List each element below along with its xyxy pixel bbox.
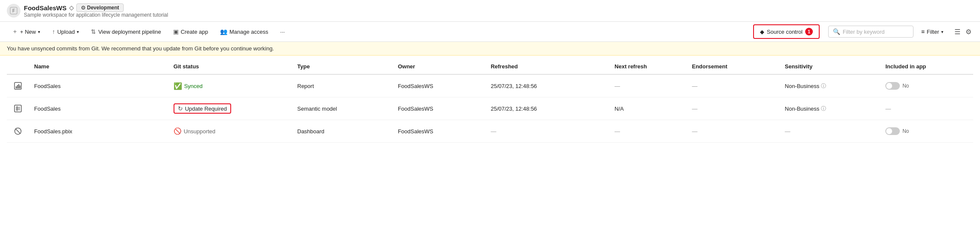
chevron-down-icon: ▾ [38,29,40,34]
pipeline-icon: ⇅ [91,28,96,35]
row-name[interactable]: FoodSales [29,74,168,97]
col-header-git[interactable]: Git status [168,59,292,74]
dev-badge-icon: ⊙ [81,5,85,11]
upload-chevron-icon: ▾ [77,29,79,34]
workspace-name-row: FoodSalesWS ◇ ⊙ Development [24,3,168,12]
row-name[interactable]: FoodSales [29,97,168,120]
manage-access-button[interactable]: 👥 Manage access [215,26,273,38]
more-label: ··· [280,29,285,35]
included-toggle[interactable] [885,82,900,90]
create-app-button[interactable]: ▣ Create app [168,26,213,38]
toolbar: ＋ + New ▾ ↑ Upload ▾ ⇅ View deployment p… [0,22,980,42]
row-git-status: ↻ Update Required [168,97,292,120]
workspace-desc: Sample workspace for application lifecyc… [24,12,168,18]
header: F FoodSalesWS ◇ ⊙ Development Sample wor… [0,0,980,22]
info-icon[interactable]: ⓘ [821,105,826,112]
table-header: Name Git status Type Owner Refreshed Nex… [7,59,973,74]
filter-chevron-icon: ▾ [941,29,943,34]
row-type: Semantic model [292,97,393,120]
row-refreshed: 25/07/23, 12:48:56 [486,74,609,97]
col-header-endorsement[interactable]: Endorsement [687,59,780,74]
row-name[interactable]: FoodSales.pbix [29,120,168,143]
people-icon: 👥 [220,28,227,35]
col-header-next-refresh[interactable]: Next refresh [609,59,687,74]
view-pipeline-button[interactable]: ⇅ View deployment pipeline [86,26,166,38]
col-header-owner[interactable]: Owner [393,59,486,74]
warning-banner: You have unsynced commits from Git. We r… [0,42,980,56]
row-sensitivity: Non-Business ⓘ [780,97,880,120]
search-icon: 🔍 [833,28,840,35]
dev-badge-label: Development [87,5,119,11]
row-next-refresh: — [609,120,687,143]
main-content: Name Git status Type Owner Refreshed Nex… [0,59,980,143]
row-sensitivity: — [780,120,880,143]
col-header-name[interactable]: Name [29,59,168,74]
list-icon: ☰ [954,28,960,35]
items-table: Name Git status Type Owner Refreshed Nex… [7,59,973,143]
source-control-button[interactable]: ◆ Source control 1 [753,24,820,39]
semantic-model-icon [12,103,24,115]
row-git-status: 🚫 Unsupported [168,120,292,143]
plus-icon: ＋ [12,28,18,35]
pbix-icon [12,125,24,137]
row-endorsement: — [687,97,780,120]
row-endorsement: — [687,120,780,143]
manage-access-label: Manage access [229,29,268,35]
svg-rect-5 [18,84,19,88]
svg-rect-6 [20,85,20,88]
row-icon-cell [7,120,29,143]
row-icon-cell [7,97,29,120]
more-button[interactable]: ··· [275,26,290,38]
row-type: Report [292,74,393,97]
new-button[interactable]: ＋ + New ▾ [7,25,45,38]
update-required-label: Update Required [185,106,227,112]
row-sensitivity: Non-Business ⓘ [780,74,880,97]
unsupported-icon: 🚫 [174,127,182,135]
filter-lines-icon: ≡ [921,28,925,35]
svg-rect-3 [16,86,17,88]
row-owner: FoodSalesWS [393,74,486,97]
row-included-in-app: — [880,97,973,120]
col-header-included-in-app[interactable]: Included in app [880,59,973,74]
warning-text: You have unsynced commits from Git. We r… [7,45,274,52]
new-label: + New [20,29,36,35]
source-control-badge: 1 [805,28,813,35]
row-endorsement: — [687,74,780,97]
svg-text:F: F [12,9,15,13]
search-placeholder: Filter by keyword [843,29,884,35]
filter-area: 🔍 Filter by keyword ≡ Filter ▾ ☰ ⚙ [828,26,973,38]
report-icon [12,80,24,92]
view-icons: ☰ ⚙ [953,26,973,38]
col-header-type[interactable]: Type [292,59,393,74]
row-included-in-app: No [880,74,973,97]
dev-badge[interactable]: ⊙ Development [76,3,124,12]
workspace-info: FoodSalesWS ◇ ⊙ Development Sample works… [24,3,168,18]
included-toggle[interactable] [885,127,900,135]
workspace-title: FoodSalesWS [24,4,67,12]
create-app-label: Create app [181,29,208,35]
upload-icon: ↑ [52,28,55,35]
table-row: FoodSales ✅ Synced Report FoodSalesWS 25… [7,74,973,97]
svg-rect-4 [17,85,18,88]
upload-label: Upload [57,29,75,35]
row-type: Dashboard [292,120,393,143]
info-icon[interactable]: ⓘ [821,82,826,90]
settings-button[interactable]: ⚙ [964,26,973,38]
filter-button[interactable]: ≡ Filter ▾ [917,26,948,37]
diamond-icon: ◇ [69,4,74,11]
settings-icon: ⚙ [966,28,971,35]
row-owner: FoodSalesWS [393,97,486,120]
list-view-button[interactable]: ☰ [953,26,962,38]
col-header-refreshed[interactable]: Refreshed [486,59,609,74]
search-box[interactable]: 🔍 Filter by keyword [828,26,913,38]
view-pipeline-label: View deployment pipeline [98,29,161,35]
table-body: FoodSales ✅ Synced Report FoodSalesWS 25… [7,74,973,143]
filter-label: Filter [927,29,939,35]
upload-button[interactable]: ↑ Upload ▾ [47,26,84,38]
col-header-sensitivity[interactable]: Sensitivity [780,59,880,74]
svg-line-13 [15,129,20,134]
row-git-status: ✅ Synced [168,74,292,97]
unsupported-label: Unsupported [184,128,215,135]
app-icon: ▣ [173,28,179,35]
row-owner: FoodSalesWS [393,120,486,143]
